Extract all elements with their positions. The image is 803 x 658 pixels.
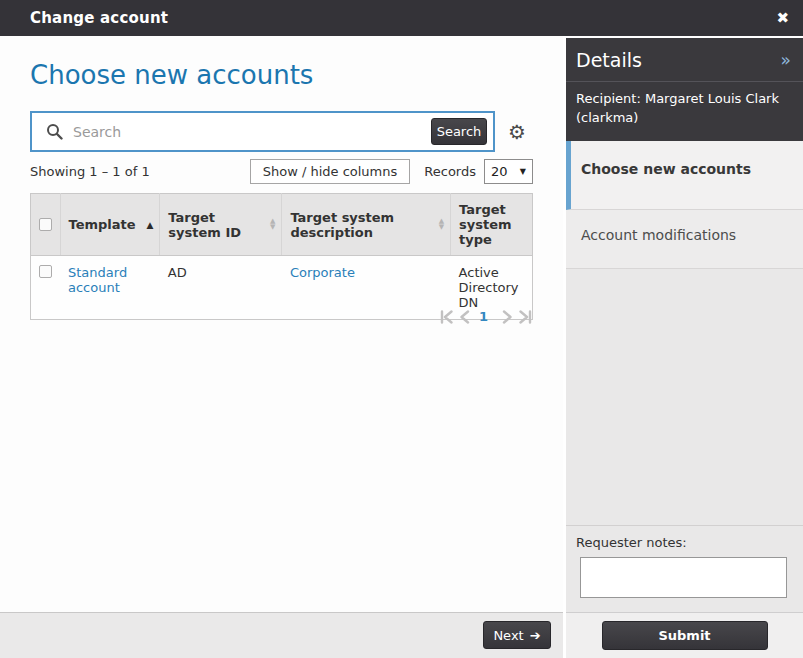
pagination-first-icon[interactable] bbox=[439, 310, 454, 324]
search-row: Search ⚙ bbox=[30, 111, 526, 152]
search-input[interactable] bbox=[73, 124, 431, 140]
header-select-all-cell bbox=[31, 194, 61, 256]
column-header-target-system-type[interactable]: Target system type bbox=[451, 194, 533, 256]
column-header-label: Template bbox=[69, 217, 136, 232]
dialog-title: Change account bbox=[30, 9, 168, 27]
column-header-label: Target system ID bbox=[168, 210, 266, 240]
column-header-template[interactable]: Template ▲ bbox=[60, 194, 160, 256]
main-footer: Next ➔ bbox=[0, 612, 563, 658]
pagination: 1 bbox=[30, 309, 533, 324]
requester-notes-section: Requester notes: bbox=[566, 525, 803, 612]
dialog-titlebar: Change account ✖ bbox=[0, 0, 803, 36]
pagination-next-icon[interactable] bbox=[502, 310, 513, 324]
sidebar-step-account-modifications[interactable]: Account modifications bbox=[566, 210, 803, 269]
gear-icon[interactable]: ⚙ bbox=[508, 122, 526, 142]
pagination-current-page: 1 bbox=[479, 309, 488, 324]
column-header-target-system-id[interactable]: Target system ID ▲ ▼ bbox=[160, 194, 282, 256]
details-header: Details » bbox=[566, 38, 803, 81]
next-button-label: Next bbox=[493, 628, 523, 643]
search-box: Search bbox=[30, 111, 495, 152]
pagination-prev-icon[interactable] bbox=[459, 310, 470, 324]
search-icon bbox=[46, 123, 63, 140]
submit-button[interactable]: Submit bbox=[602, 621, 768, 650]
column-header-label: Target system description bbox=[290, 210, 434, 240]
accounts-table: Template ▲ Target system ID ▲ ▼ Target s… bbox=[30, 193, 533, 320]
row-checkbox[interactable] bbox=[39, 265, 52, 278]
pagination-last-icon[interactable] bbox=[518, 310, 533, 324]
column-header-label: Target system type bbox=[459, 202, 526, 247]
sidebar-filler bbox=[566, 269, 803, 525]
details-title: Details bbox=[576, 49, 642, 71]
showing-count-text: Showing 1 – 1 of 1 bbox=[30, 164, 150, 179]
recipient-info: Recipient: Margaret Louis Clark (clarkma… bbox=[566, 81, 803, 141]
close-icon[interactable]: ✖ bbox=[776, 11, 789, 26]
requester-notes-input[interactable] bbox=[580, 557, 787, 598]
sort-both-icon: ▲ ▼ bbox=[266, 219, 275, 231]
search-button[interactable]: Search bbox=[431, 118, 487, 145]
sidebar-step-choose-new-accounts[interactable]: Choose new accounts bbox=[566, 141, 803, 210]
details-sidebar: Details » Recipient: Margaret Louis Clar… bbox=[566, 38, 803, 658]
records-select-value: 20 bbox=[491, 164, 508, 179]
page-title: Choose new accounts bbox=[30, 60, 313, 90]
next-button[interactable]: Next ➔ bbox=[483, 621, 551, 649]
main-panel: Choose new accounts Search ⚙ Showing 1 –… bbox=[0, 36, 563, 612]
show-hide-columns-button[interactable]: Show / hide columns bbox=[250, 159, 411, 184]
sort-both-icon: ▲ ▼ bbox=[435, 219, 444, 231]
records-label: Records bbox=[424, 164, 476, 179]
sidebar-footer: Submit bbox=[566, 612, 803, 658]
table-toolbar: Showing 1 – 1 of 1 Show / hide columns R… bbox=[30, 159, 533, 184]
requester-notes-label: Requester notes: bbox=[576, 535, 789, 550]
table-header-row: Template ▲ Target system ID ▲ ▼ Target s… bbox=[31, 194, 533, 256]
sort-asc-icon: ▲ bbox=[142, 220, 153, 230]
target-system-description-link[interactable]: Corporate bbox=[290, 265, 355, 280]
column-header-target-system-description[interactable]: Target system description ▲ ▼ bbox=[282, 194, 451, 256]
select-all-checkbox[interactable] bbox=[39, 218, 52, 231]
arrow-right-icon: ➔ bbox=[530, 628, 541, 643]
records-select[interactable]: 20 ▼ bbox=[484, 159, 533, 184]
dropdown-arrow-icon: ▼ bbox=[520, 167, 526, 176]
chevron-double-right-icon[interactable]: » bbox=[781, 50, 791, 70]
template-link[interactable]: Standard account bbox=[68, 265, 127, 295]
